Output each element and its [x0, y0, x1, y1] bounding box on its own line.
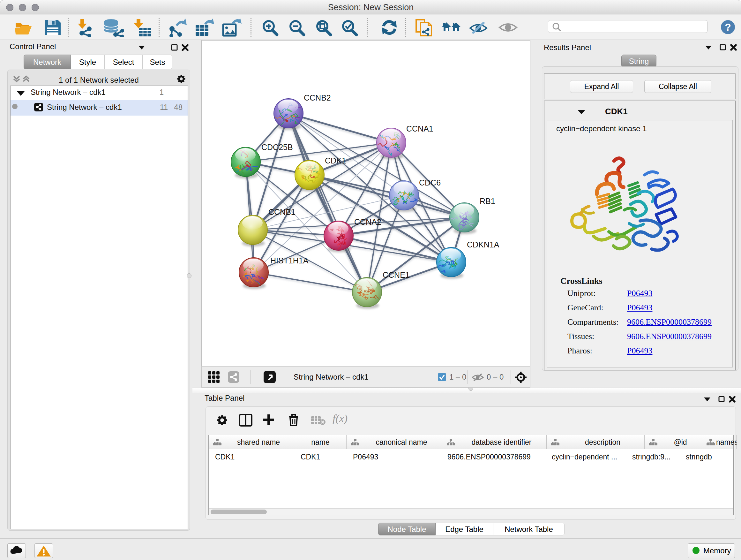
svg-text:CCNA2: CCNA2 [354, 217, 381, 226]
svg-text:CDK1: CDK1 [325, 156, 346, 165]
svg-text:RB1: RB1 [480, 197, 495, 206]
svg-text:CDC6: CDC6 [419, 178, 441, 187]
svg-text:CCNE1: CCNE1 [383, 270, 410, 279]
svg-text:CCNA1: CCNA1 [406, 124, 433, 133]
svg-text:CCNB2: CCNB2 [304, 93, 331, 102]
svg-text:CDC25B: CDC25B [261, 143, 293, 152]
svg-text:CCNB1: CCNB1 [268, 207, 295, 216]
svg-text:HIST1H1A: HIST1H1A [270, 256, 309, 265]
svg-text:?: ? [725, 21, 731, 33]
svg-text:CDKN1A: CDKN1A [467, 240, 499, 249]
